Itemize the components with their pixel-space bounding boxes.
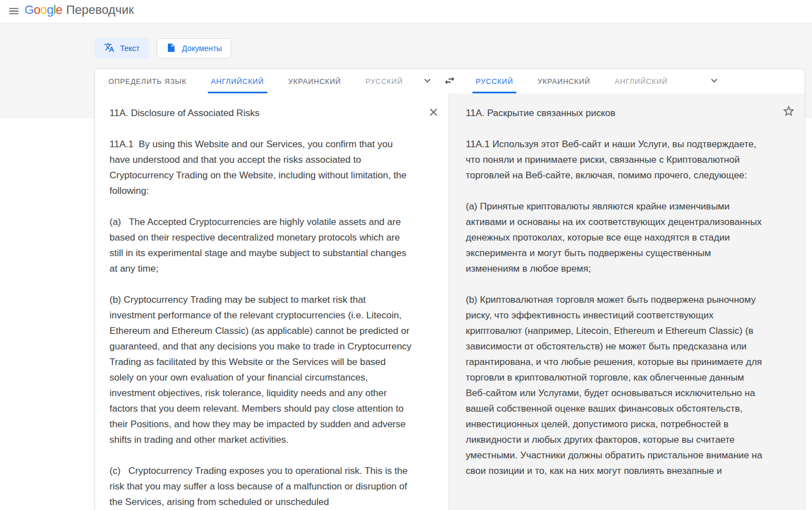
tab-target-ukrainian[interactable]: УКРАИНСКИЙ [525, 69, 602, 93]
logo-letter: o [40, 3, 47, 17]
tab-source-russian[interactable]: РУССКИЙ [353, 69, 415, 93]
source-paragraph: (a) The Accepted Cryptocurrencies are hi… [109, 214, 412, 277]
chevron-down-icon [421, 74, 434, 88]
logo-letter: G [24, 3, 34, 17]
translation-card: ОПРЕДЕЛИТЬ ЯЗЫК АНГЛИЙСКИЙ УКРАИНСКИЙ РУ… [94, 68, 805, 510]
documents-mode-label: Документы [182, 44, 222, 53]
google-translate-logo[interactable]: G o o g l e Переводчик [24, 3, 134, 17]
translation-result-panel: 11A. Раскрытие связанных рисков 11A.1 Ис… [449, 93, 805, 510]
target-language-dropdown-button[interactable] [702, 69, 726, 93]
documents-mode-button[interactable]: Документы [157, 38, 231, 58]
translation-title: 11A. Раскрытие связанных рисков [466, 106, 765, 121]
chevron-down-icon [708, 74, 720, 88]
menu-icon [8, 5, 20, 19]
translation-paragraph: (a) Принятые криптовалюты являются крайн… [466, 199, 765, 277]
translation-panels: 11A. Disclosure of Associated Risks 11A.… [95, 93, 805, 510]
target-language-tabs: РУССКИЙ УКРАИНСКИЙ АНГЛИЙСКИЙ [464, 69, 726, 93]
tab-target-russian[interactable]: РУССКИЙ [464, 69, 525, 93]
text-mode-button[interactable]: Текст [94, 38, 149, 58]
swap-languages-button[interactable] [439, 70, 461, 92]
source-paragraph: (b) Cryptocurrency Trading may be subjec… [109, 292, 412, 448]
document-icon [166, 43, 176, 54]
translation-paragraph: 11A.1 Используя этот Веб-сайт и наши Усл… [466, 137, 765, 183]
logo-letter: e [56, 3, 62, 17]
hamburger-menu-button[interactable] [4, 2, 23, 21]
source-paragraph: (c) Cryptocurrency Trading exposes you t… [109, 463, 412, 510]
translation-paragraph: (b) Криптовалютная торговля может быть п… [466, 292, 765, 479]
tab-source-english[interactable]: АНГЛИЙСКИЙ [199, 69, 276, 93]
source-language-dropdown-button[interactable] [415, 69, 440, 93]
clear-source-text-button[interactable] [426, 106, 441, 120]
app-header: G o o g l e Переводчик [0, 0, 812, 23]
translate-icon [104, 42, 114, 54]
text-mode-label: Текст [120, 44, 140, 53]
tab-detect-language[interactable]: ОПРЕДЕЛИТЬ ЯЗЫК [96, 69, 199, 93]
tab-source-ukrainian[interactable]: УКРАИНСКИЙ [276, 69, 353, 93]
logo-letter: g [47, 3, 53, 17]
source-text-panel[interactable]: 11A. Disclosure of Associated Risks 11A.… [95, 93, 449, 510]
swap-horizontal-icon [444, 74, 456, 88]
save-translation-star-button[interactable] [781, 104, 796, 119]
close-icon [427, 106, 440, 120]
language-tabbar: ОПРЕДЕЛИТЬ ЯЗЫК АНГЛИЙСКИЙ УКРАИНСКИЙ РУ… [95, 69, 805, 94]
logo-letter: o [34, 3, 41, 17]
source-paragraph: 11A.1 By using this Website and our Serv… [109, 137, 412, 199]
tab-target-english[interactable]: АНГЛИЙСКИЙ [602, 69, 680, 93]
google-translate-page: G o o g l e Переводчик Текст Документы [0, 0, 812, 510]
star-outline-icon [782, 104, 795, 119]
source-language-tabs: ОПРЕДЕЛИТЬ ЯЗЫК АНГЛИЙСКИЙ УКРАИНСКИЙ РУ… [96, 69, 440, 93]
mode-switcher: Текст Документы [94, 38, 231, 58]
source-title: 11A. Disclosure of Associated Risks [109, 106, 412, 121]
product-name: Переводчик [66, 3, 134, 17]
